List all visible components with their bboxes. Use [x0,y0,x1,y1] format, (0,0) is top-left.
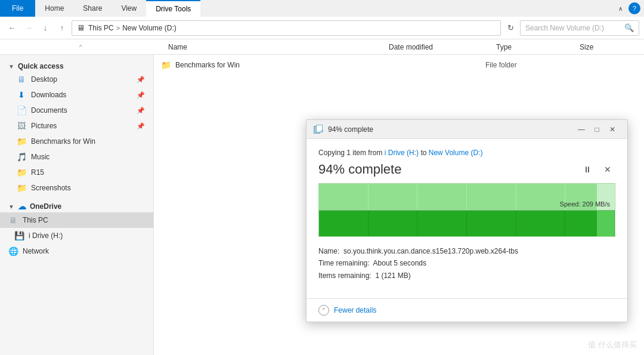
sidebar-item-network[interactable]: 🌐 Network [0,243,153,259]
tab-share[interactable]: Share [73,0,112,17]
sidebar-item-thispc[interactable]: 🖥 This PC [0,212,153,228]
forward-btn[interactable]: → [21,21,36,35]
sidebar-item-screenshots[interactable]: 📁 Screenshots [0,180,153,196]
pin-icon-documents: 📌 [137,107,145,115]
downloads-icon: ⬇ [17,90,26,100]
copy-subtitle: Copying 1 item from i Drive (H:) to New … [318,149,615,157]
sidebar-item-label-downloads: Downloads [31,91,66,99]
dialog-maximize-btn[interactable]: □ [589,122,605,137]
quick-access-chevron: ▼ [8,63,14,70]
fewer-chevron-icon: ⌃ [318,305,329,316]
sidebar-item-downloads[interactable]: ⬇ Downloads 📌 [0,87,153,103]
onedrive-label: OneDrive [30,202,61,211]
sidebar-item-r15[interactable]: 📁 R15 [0,165,153,180]
sidebar-item-label-pictures: Pictures [31,122,57,130]
benchmarks-icon: 📁 [17,137,26,146]
sidebar-item-label-idrive: i Drive (H:) [29,231,63,240]
sidebar-item-benchmarks[interactable]: 📁 Benchmarks for Win [0,134,153,149]
onedrive-cloud-icon: ☁ [18,202,26,211]
desktop-icon: 🖥 [17,75,26,84]
up-btn[interactable]: ↑ [55,21,69,35]
title-bar: File Home Share View Drive Tools ∧ ? [0,0,644,17]
search-icon: 🔍 [624,23,634,32]
quick-access-label: Quick access [18,62,64,70]
copy-detail-items: Items remaining: 1 (121 MB) [318,270,615,282]
sidebar-item-idrive[interactable]: 💾 i Drive (H:) [0,228,153,243]
scroll-chevron: ^ [0,39,161,55]
folder-icon: 📁 [161,60,172,70]
sidebar: ▼ Quick access 🖥 Desktop 📌 ⬇ Downloads 📌… [0,55,154,355]
copy-detail-name: Name: so.you.think.you.can.dance.s15e13.… [318,245,615,257]
tab-drive-tools[interactable]: Drive Tools [146,0,200,17]
sidebar-item-pictures[interactable]: 🖼 Pictures 📌 [0,118,153,134]
recent-btn[interactable]: ↓ [38,21,52,35]
sidebar-item-documents[interactable]: 📄 Documents 📌 [0,103,153,118]
sidebar-item-label-network: Network [23,247,49,255]
screenshots-icon: 📁 [17,183,26,193]
refresh-btn[interactable]: ↻ [503,21,518,35]
sidebar-item-label-documents: Documents [31,106,67,115]
progress-bar-upper: Speed: 209 MB/s [319,184,615,211]
sidebar-section-quick-access[interactable]: ▼ Quick access [0,58,153,72]
onedrive-chevron: ▼ [8,203,14,210]
col-header-name[interactable]: Name [161,43,382,51]
path-this-pc: This PC [88,24,114,32]
path-icon: 🖥 [77,23,85,32]
sidebar-item-label-desktop: Desktop [31,75,57,84]
table-row[interactable]: 📁 Benchmarks for Win File folder [154,57,644,73]
pictures-icon: 🖼 [17,121,26,131]
speed-label: Speed: 209 MB/s [560,200,610,208]
fewer-details-label: Fewer details [334,306,376,314]
dialog-title-bar: → 94% complete — □ ✕ [306,120,627,139]
dest-link[interactable]: New Volume (D:) [429,149,483,157]
progress-container: Speed: 209 MB/s [318,183,615,237]
pause-btn[interactable]: ⏸ [580,162,595,177]
copy-actions: ⏸ ✕ [580,162,615,177]
tab-file[interactable]: File [0,0,35,17]
cancel-btn[interactable]: ✕ [600,162,615,177]
watermark: 值 什么值得买 [588,339,637,350]
col-header-size[interactable]: Size [572,43,632,51]
thispc-icon: 🖥 [8,215,18,225]
progress-grid-lower [319,211,615,236]
address-bar-row: ← → ↓ ↑ 🖥 This PC > New Volume (D:) ↻ Se… [0,17,644,39]
network-icon: 🌐 [8,246,18,256]
sidebar-item-label-music: Music [31,153,49,161]
copy-percent-text: 94% complete [318,162,401,177]
sidebar-item-label-thispc: This PC [23,216,48,224]
dialog-close-btn[interactable]: ✕ [605,122,620,137]
copy-dialog: → 94% complete — □ ✕ Copying 1 item from… [306,119,628,322]
address-box[interactable]: 🖥 This PC > New Volume (D:) [72,20,501,36]
file-type: File folder [485,61,569,69]
col-header-type[interactable]: Type [489,43,572,51]
file-name: Benchmarks for Win [175,61,378,69]
sidebar-item-desktop[interactable]: 🖥 Desktop 📌 [0,72,153,87]
sidebar-section-onedrive[interactable]: ▼ ☁ OneDrive [0,198,153,212]
sidebar-item-label-r15: R15 [31,168,44,177]
dialog-body: Copying 1 item from i Drive (H:) to New … [306,139,627,298]
pin-icon-pictures: 📌 [137,122,145,130]
title-bar-controls: ∧ ? [612,0,644,17]
back-btn[interactable]: ← [5,21,19,35]
sidebar-item-music[interactable]: 🎵 Music [0,149,153,165]
help-btn[interactable]: ? [628,2,640,14]
copy-details: Name: so.you.think.you.can.dance.s15e13.… [318,245,615,282]
ribbon-expand-btn[interactable]: ∧ [612,0,628,17]
col-header-date[interactable]: Date modified [382,43,489,51]
fewer-details-bar[interactable]: ⌃ Fewer details [306,298,627,322]
copy-percent-header: 94% complete ⏸ ✕ [318,162,615,177]
main-area: ▼ Quick access 🖥 Desktop 📌 ⬇ Downloads 📌… [0,55,644,355]
tab-home[interactable]: Home [35,0,73,17]
search-box[interactable]: Search New Volume (D:) 🔍 [520,20,639,36]
dialog-copy-icon: → [314,125,323,134]
pin-icon-desktop: 📌 [137,76,145,84]
documents-icon: 📄 [17,106,26,115]
column-headers: ^ Name Date modified Type Size [0,39,644,55]
source-link[interactable]: i Drive (H:) [385,149,419,157]
pin-icon-downloads: 📌 [137,91,145,99]
sidebar-item-label-benchmarks: Benchmarks for Win [31,137,95,146]
tab-view[interactable]: View [112,0,146,17]
path-separator: > [116,24,120,32]
path-volume: New Volume (D:) [122,24,177,32]
dialog-minimize-btn[interactable]: — [574,122,589,137]
